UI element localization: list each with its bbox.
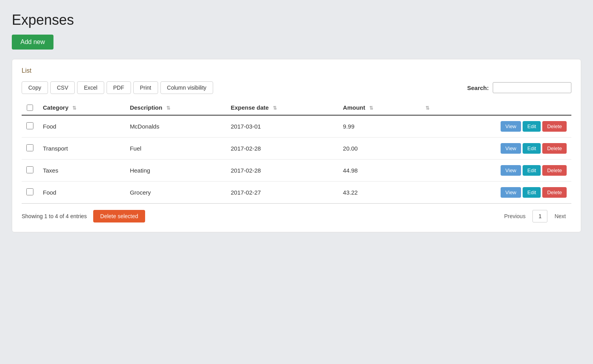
page-title: Expenses	[12, 12, 581, 28]
header-actions: ⇅	[418, 100, 571, 115]
pdf-button[interactable]: PDF	[107, 81, 131, 94]
card-title: List	[22, 67, 571, 74]
header-category[interactable]: Category ⇅	[38, 100, 125, 115]
row-expense-date: 2017-02-28	[226, 160, 338, 182]
print-button[interactable]: Print	[133, 81, 158, 94]
row-actions-cell: View Edit Delete	[418, 182, 571, 204]
row-checkbox-cell	[22, 182, 38, 204]
table-row: Transport Fuel 2017-02-28 20.00 View Edi…	[22, 138, 571, 160]
table-row: Food McDonalds 2017-03-01 9.99 View Edit…	[22, 115, 571, 138]
row-expense-date: 2017-02-27	[226, 182, 338, 204]
row-actions-cell: View Edit Delete	[418, 115, 571, 138]
pagination: Previous 1 Next	[499, 210, 571, 222]
row-description: Fuel	[125, 138, 226, 160]
row-amount: 20.00	[338, 138, 418, 160]
view-button-0[interactable]: View	[501, 121, 521, 132]
search-area: Search:	[467, 82, 571, 93]
delete-button-0[interactable]: Delete	[542, 121, 567, 132]
search-label: Search:	[467, 85, 489, 91]
edit-button-3[interactable]: Edit	[523, 187, 541, 198]
table-row: Taxes Heating 2017-02-28 44.98 View Edit…	[22, 160, 571, 182]
row-checkbox-3[interactable]	[26, 188, 33, 195]
sort-icon-category: ⇅	[72, 105, 76, 111]
row-checkbox-2[interactable]	[26, 166, 33, 173]
row-expense-date: 2017-03-01	[226, 115, 338, 138]
view-button-1[interactable]: View	[501, 143, 521, 154]
row-amount: 43.22	[338, 182, 418, 204]
row-description: Heating	[125, 160, 226, 182]
row-category: Food	[38, 115, 125, 138]
toolbar: Copy CSV Excel PDF Print Column visibili…	[22, 81, 571, 94]
delete-button-2[interactable]: Delete	[542, 165, 567, 176]
edit-button-2[interactable]: Edit	[523, 165, 541, 176]
showing-text: Showing 1 to 4 of 4 entries	[22, 213, 87, 219]
delete-button-3[interactable]: Delete	[542, 187, 567, 198]
header-expense-date[interactable]: Expense date ⇅	[226, 100, 338, 115]
sort-icon-amount: ⇅	[369, 105, 373, 111]
row-category: Transport	[38, 138, 125, 160]
copy-button[interactable]: Copy	[22, 81, 48, 94]
expenses-table: Category ⇅ Description ⇅ Expense date ⇅ …	[22, 100, 571, 204]
table-footer: Showing 1 to 4 of 4 entries Delete selec…	[22, 210, 571, 222]
row-checkbox-cell	[22, 160, 38, 182]
sort-icon-description: ⇅	[166, 105, 170, 111]
row-checkbox-cell	[22, 138, 38, 160]
csv-button[interactable]: CSV	[50, 81, 75, 94]
row-amount: 9.99	[338, 115, 418, 138]
toolbar-buttons: Copy CSV Excel PDF Print Column visibili…	[22, 81, 213, 94]
row-category: Taxes	[38, 160, 125, 182]
edit-button-0[interactable]: Edit	[523, 121, 541, 132]
row-checkbox-0[interactable]	[26, 122, 33, 129]
row-actions-cell: View Edit Delete	[418, 138, 571, 160]
view-button-3[interactable]: View	[501, 187, 521, 198]
delete-selected-button[interactable]: Delete selected	[93, 210, 145, 222]
add-new-button[interactable]: Add new	[12, 35, 53, 50]
delete-button-1[interactable]: Delete	[542, 143, 567, 154]
header-checkbox-col	[22, 100, 38, 115]
header-description[interactable]: Description ⇅	[125, 100, 226, 115]
table-row: Food Grocery 2017-02-27 43.22 View Edit …	[22, 182, 571, 204]
header-amount[interactable]: Amount ⇅	[338, 100, 418, 115]
sort-icon-actions: ⇅	[425, 105, 429, 111]
page-1-button[interactable]: 1	[532, 210, 547, 222]
row-category: Food	[38, 182, 125, 204]
row-checkbox-cell	[22, 115, 38, 138]
sort-icon-expense-date: ⇅	[273, 105, 277, 111]
next-button[interactable]: Next	[549, 210, 571, 222]
edit-button-1[interactable]: Edit	[523, 143, 541, 154]
row-checkbox-1[interactable]	[26, 144, 33, 151]
previous-button[interactable]: Previous	[499, 210, 531, 222]
row-expense-date: 2017-02-28	[226, 138, 338, 160]
select-all-checkbox[interactable]	[27, 105, 33, 111]
column-visibility-button[interactable]: Column visibility	[160, 81, 213, 94]
excel-button[interactable]: Excel	[77, 81, 104, 94]
row-description: Grocery	[125, 182, 226, 204]
view-button-2[interactable]: View	[501, 165, 521, 176]
row-amount: 44.98	[338, 160, 418, 182]
expenses-card: List Copy CSV Excel PDF Print Column vis…	[12, 59, 581, 232]
row-description: McDonalds	[125, 115, 226, 138]
row-actions-cell: View Edit Delete	[418, 160, 571, 182]
search-input[interactable]	[493, 82, 571, 93]
